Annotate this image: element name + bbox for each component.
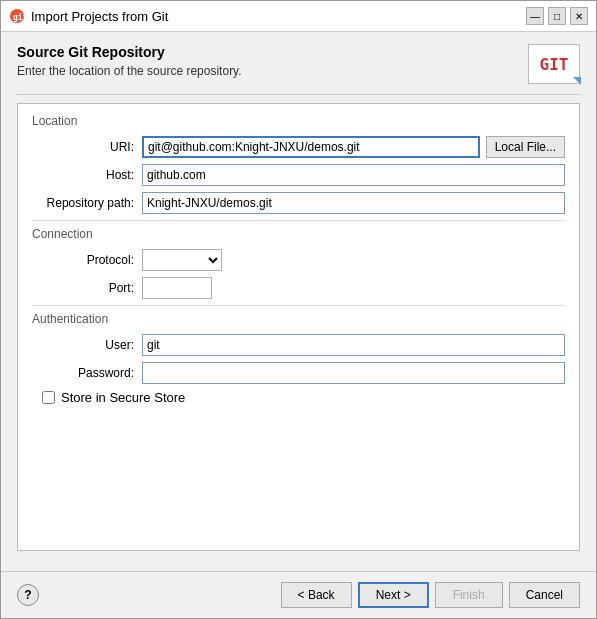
secure-store-checkbox[interactable] (42, 391, 55, 404)
local-file-button[interactable]: Local File... (486, 136, 565, 158)
maximize-button[interactable]: □ (548, 7, 566, 25)
secure-store-label: Store in Secure Store (61, 390, 185, 405)
host-row: Host: (32, 164, 565, 186)
titlebar-left: git Import Projects from Git (9, 8, 168, 24)
footer: ? < Back Next > Finish Cancel (1, 571, 596, 618)
finish-button[interactable]: Finish (435, 582, 503, 608)
next-button[interactable]: Next > (358, 582, 429, 608)
minimize-button[interactable]: — (526, 7, 544, 25)
user-input[interactable] (142, 334, 565, 356)
header-subtitle: Enter the location of the source reposit… (17, 64, 518, 78)
window-title: Import Projects from Git (31, 9, 168, 24)
header-title: Source Git Repository (17, 44, 518, 60)
user-label: User: (32, 338, 142, 352)
password-label: Password: (32, 366, 142, 380)
main-form-area: Location URI: Local File... Host: Reposi… (17, 103, 580, 551)
git-logo-text: GIT (540, 55, 569, 74)
git-icon: git (9, 8, 25, 24)
git-logo: GIT (528, 44, 580, 84)
connection-section-label: Connection (32, 227, 565, 241)
svg-text:git: git (13, 12, 25, 22)
header-text: Source Git Repository Enter the location… (17, 44, 518, 78)
uri-row: URI: Local File... (32, 136, 565, 158)
separator-2 (32, 305, 565, 306)
main-window: git Import Projects from Git — □ ✕ Sourc… (0, 0, 597, 619)
close-button[interactable]: ✕ (570, 7, 588, 25)
port-input[interactable] (142, 277, 212, 299)
location-section-label: Location (32, 114, 565, 128)
protocol-select[interactable]: ssh https http git (142, 249, 222, 271)
repo-path-label: Repository path: (32, 196, 142, 210)
protocol-row: Protocol: ssh https http git (32, 249, 565, 271)
back-button[interactable]: < Back (281, 582, 352, 608)
port-row: Port: (32, 277, 565, 299)
secure-store-row: Store in Secure Store (42, 390, 565, 405)
separator-1 (32, 220, 565, 221)
help-button[interactable]: ? (17, 584, 39, 606)
port-label: Port: (32, 281, 142, 295)
titlebar-controls: — □ ✕ (526, 7, 588, 25)
repo-path-input[interactable] (142, 192, 565, 214)
uri-input[interactable] (142, 136, 480, 158)
git-logo-arrow (573, 77, 581, 85)
cancel-button[interactable]: Cancel (509, 582, 580, 608)
user-row: User: (32, 334, 565, 356)
titlebar: git Import Projects from Git — □ ✕ (1, 1, 596, 32)
header-section: Source Git Repository Enter the location… (17, 44, 580, 95)
footer-left: ? (17, 584, 39, 606)
auth-section-label: Authentication (32, 312, 565, 326)
password-row: Password: (32, 362, 565, 384)
password-input[interactable] (142, 362, 565, 384)
host-input[interactable] (142, 164, 565, 186)
protocol-label: Protocol: (32, 253, 142, 267)
content-area: Source Git Repository Enter the location… (1, 32, 596, 571)
host-label: Host: (32, 168, 142, 182)
uri-label: URI: (32, 140, 142, 154)
footer-right: < Back Next > Finish Cancel (281, 582, 580, 608)
repo-path-row: Repository path: (32, 192, 565, 214)
